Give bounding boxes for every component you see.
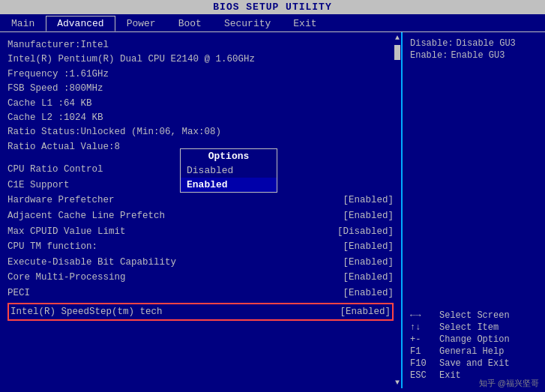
title-bar: BIOS SETUP UTILITY: [0, 0, 545, 14]
cpu-frequency: Frequency :1.61GHz: [7, 67, 394, 82]
help-key-arrows: ←→: [410, 310, 436, 321]
menu-speedstep[interactable]: Intel(R) SpeedStep(tm) tech [Enabled]: [7, 303, 394, 322]
left-panel: Manufacturer:Intel Intel(R) Pentium(R) D…: [0, 32, 403, 388]
tab-bar[interactable]: Main Advanced Power Boot Security Exit: [0, 14, 545, 32]
cpu-manufacturer: Manufacturer:Intel: [7, 38, 394, 52]
help-key-f10: F10: [410, 358, 436, 369]
help-save-exit: F10 Save and Exit: [410, 358, 538, 369]
menu-adjacent-cache[interactable]: Adjacent Cache Line Prefetch [Enabled]: [7, 208, 394, 224]
menu-cpu-tm[interactable]: CPU TM function: [Enabled]: [7, 239, 394, 255]
dropdown-enabled[interactable]: Enabled: [181, 178, 277, 192]
dropdown-disabled[interactable]: Disabled: [181, 163, 277, 178]
cpu-cache-l1: Cache L1 :64 KB: [7, 97, 394, 111]
help-select-item: ↑↓ Select Item: [410, 322, 538, 333]
right-panel: Disable: Disable GU3 Enable: Enable GU3 …: [403, 32, 545, 388]
tab-security[interactable]: Security: [213, 16, 282, 31]
help-key-f1: F1: [410, 346, 436, 357]
help-desc-screen: Select Screen: [439, 310, 510, 321]
tab-boot[interactable]: Boot: [167, 16, 213, 31]
option-disable-desc: Disable GU3: [457, 38, 516, 49]
option-enable-key: Enable:: [410, 50, 448, 61]
tab-exit[interactable]: Exit: [282, 16, 328, 31]
option-enable: Enable: Enable GU3: [410, 50, 538, 61]
menu-execute-disable[interactable]: Execute-Disable Bit Capability [Enabled]: [7, 255, 394, 271]
help-key-esc: ESC: [410, 370, 436, 381]
scroll-down-arrow[interactable]: ▼: [395, 379, 400, 387]
menu-hw-prefetcher[interactable]: Hardware Prefetcher [Enabled]: [7, 193, 394, 208]
help-desc-change: Change Option: [439, 334, 510, 345]
menu-max-cpuid[interactable]: Max CPUID Value Limit [Disabled]: [7, 224, 394, 240]
bios-screen: BIOS SETUP UTILITY Main Advanced Power B…: [0, 0, 545, 392]
scroll-indicator: ▲ ▼: [394, 32, 401, 388]
tab-main[interactable]: Main: [0, 16, 46, 31]
help-desc-exit: Exit: [439, 370, 461, 381]
help-general: F1 General Help: [410, 346, 538, 357]
option-disable: Disable: Disable GU3: [410, 38, 538, 49]
help-desc-save: Save and Exit: [439, 358, 510, 369]
cpu-model: Intel(R) Pentium(R) Dual CPU E2140 @ 1.6…: [7, 52, 394, 67]
watermark: 知乎 @福兴坚哥: [479, 378, 539, 389]
help-section: ←→ Select Screen ↑↓ Select Item +- Chang…: [410, 310, 538, 382]
scroll-up-arrow[interactable]: ▲: [395, 34, 400, 42]
menu-core-multi[interactable]: Core Multi-Processing [Enabled]: [7, 270, 394, 286]
help-desc-general: General Help: [439, 346, 504, 357]
main-layout: Manufacturer:Intel Intel(R) Pentium(R) D…: [0, 32, 545, 388]
tab-advanced[interactable]: Advanced: [46, 16, 115, 31]
help-select-screen: ←→ Select Screen: [410, 310, 538, 321]
cpu-info-section: Manufacturer:Intel Intel(R) Pentium(R) D…: [7, 38, 394, 154]
cpu-ratio-status: Ratio Status:Unlocked (Min:06, Max:08): [7, 125, 394, 139]
bios-title: BIOS SETUP UTILITY: [213, 1, 331, 13]
help-change-option: +- Change Option: [410, 334, 538, 345]
help-key-plusminus: +-: [410, 334, 436, 345]
scroll-thumb[interactable]: [394, 45, 400, 60]
option-disable-key: Disable:: [410, 38, 454, 49]
options-section: Disable: Disable GU3 Enable: Enable GU3: [410, 38, 538, 62]
cpu-cache-l2: Cache L2 :1024 KB: [7, 111, 394, 125]
cpu-fsb: FSB Speed :800MHz: [7, 82, 394, 96]
dropdown-popup: Options Disabled Enabled: [180, 148, 277, 193]
dropdown-title: Options: [181, 149, 277, 163]
tab-power[interactable]: Power: [115, 16, 167, 31]
menu-peci[interactable]: PECI [Enabled]: [7, 286, 394, 301]
help-desc-item: Select Item: [439, 322, 499, 333]
option-enable-desc: Enable GU3: [451, 50, 505, 61]
help-key-updown: ↑↓: [410, 322, 436, 333]
